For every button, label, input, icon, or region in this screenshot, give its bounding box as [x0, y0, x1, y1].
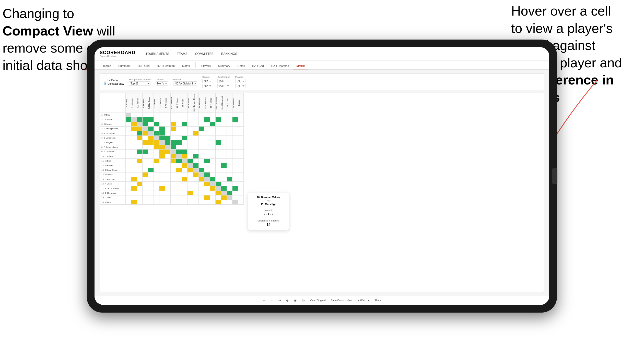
nav-rankings[interactable]: RANKINGS	[221, 51, 237, 57]
matrix-cell[interactable]	[171, 163, 176, 168]
matrix-cell[interactable]	[221, 136, 227, 140]
matrix-cell[interactable]	[221, 145, 227, 150]
matrix-cell[interactable]	[221, 122, 227, 127]
matrix-cell[interactable]	[199, 136, 204, 140]
matrix-cell[interactable]	[126, 127, 131, 131]
matrix-cell[interactable]	[216, 154, 221, 159]
matrix-cell[interactable]	[199, 127, 204, 131]
matrix-cell[interactable]	[210, 168, 216, 172]
matrix-cell[interactable]	[137, 117, 143, 122]
matrix-cell[interactable]	[238, 136, 244, 140]
matrix-cell[interactable]	[165, 200, 171, 205]
matrix-cell[interactable]	[176, 172, 182, 177]
matrix-cell[interactable]	[182, 191, 188, 195]
matrix-cell[interactable]	[154, 172, 159, 177]
matrix-cell[interactable]	[221, 163, 227, 168]
matrix-cell[interactable]	[165, 172, 171, 177]
matrix-cell[interactable]	[154, 145, 159, 150]
matrix-cell[interactable]	[199, 113, 204, 117]
matrix-cell[interactable]	[165, 150, 171, 154]
matrix-cell[interactable]	[159, 168, 165, 172]
matrix-cell[interactable]	[159, 113, 165, 117]
matrix-cell[interactable]	[238, 195, 244, 200]
matrix-cell[interactable]	[148, 168, 154, 172]
matrix-cell[interactable]	[210, 177, 216, 182]
matrix-cell[interactable]	[165, 131, 171, 136]
nav-committee[interactable]: COMMITTEE	[195, 51, 214, 57]
matrix-cell[interactable]	[188, 191, 193, 195]
matrix-cell[interactable]	[148, 186, 154, 191]
matrix-cell[interactable]	[238, 122, 244, 127]
matrix-cell[interactable]	[176, 140, 182, 145]
matrix-cell[interactable]	[232, 145, 238, 150]
matrix-cell[interactable]	[154, 200, 159, 205]
matrix-cell[interactable]	[143, 177, 148, 182]
matrix-cell[interactable]	[131, 182, 137, 186]
matrix-cell[interactable]	[232, 150, 238, 154]
matrix-cell[interactable]	[165, 145, 171, 150]
tablet-button[interactable]	[552, 168, 557, 184]
matrix-cell[interactable]	[188, 140, 193, 145]
matrix-cell[interactable]	[238, 186, 244, 191]
matrix-cell[interactable]	[188, 200, 193, 205]
matrix-cell[interactable]	[143, 182, 148, 186]
matrix-cell[interactable]	[131, 195, 137, 200]
matrix-cell[interactable]	[165, 136, 171, 140]
matrix-cell[interactable]	[137, 182, 143, 186]
matrix-cell[interactable]	[216, 145, 221, 150]
matrix-cell[interactable]	[216, 113, 221, 117]
matrix-cell[interactable]	[176, 177, 182, 182]
matrix-cell[interactable]	[159, 200, 165, 205]
matrix-cell[interactable]	[221, 159, 227, 163]
matrix-cell[interactable]	[204, 117, 210, 122]
matrix-cell[interactable]	[154, 168, 159, 172]
matrix-cell[interactable]	[199, 131, 204, 136]
matrix-cell[interactable]	[171, 195, 176, 200]
matrix-cell[interactable]	[199, 154, 204, 159]
matrix-cell[interactable]	[131, 168, 137, 172]
matrix-cell[interactable]	[199, 122, 204, 127]
matrix-cell[interactable]	[131, 163, 137, 168]
matrix-cell[interactable]	[221, 182, 227, 186]
matrix-cell[interactable]	[182, 200, 188, 205]
matrix-cell[interactable]	[154, 177, 159, 182]
compact-view-option[interactable]: Compact View	[104, 82, 124, 85]
matrix-cell[interactable]	[143, 186, 148, 191]
matrix-cell[interactable]	[216, 195, 221, 200]
matrix-cell[interactable]	[171, 140, 176, 145]
matrix-cell[interactable]	[238, 154, 244, 159]
matrix-cell[interactable]	[137, 127, 143, 131]
matrix-cell[interactable]	[210, 136, 216, 140]
matrix-cell[interactable]	[182, 127, 188, 131]
matrix-cell[interactable]	[165, 163, 171, 168]
matrix-cell[interactable]	[148, 159, 154, 163]
matrix-cell[interactable]	[143, 150, 148, 154]
matrix-cell[interactable]	[232, 127, 238, 131]
matrix-cell[interactable]	[159, 182, 165, 186]
matrix-cell[interactable]	[131, 191, 137, 195]
matrix-cell[interactable]	[137, 177, 143, 182]
matrix-cell[interactable]	[221, 113, 227, 117]
matrix-cell[interactable]	[126, 154, 131, 159]
tab-teams[interactable]: Teams	[100, 63, 114, 69]
matrix-cell[interactable]	[137, 159, 143, 163]
matrix-cell[interactable]	[171, 182, 176, 186]
matrix-cell[interactable]	[204, 168, 210, 172]
matrix-cell[interactable]	[216, 127, 221, 131]
tab-h2h-heatmap2[interactable]: H2H Heatmap	[268, 63, 292, 69]
matrix-cell[interactable]	[238, 168, 244, 172]
matrix-cell[interactable]	[227, 113, 232, 117]
matrix-cell[interactable]	[188, 127, 193, 131]
matrix-cell[interactable]	[188, 131, 193, 136]
matrix-cell[interactable]	[232, 113, 238, 117]
matrix-cell[interactable]	[182, 168, 188, 172]
matrix-cell[interactable]	[227, 177, 232, 182]
matrix-cell[interactable]	[165, 122, 171, 127]
matrix-cell[interactable]	[148, 117, 154, 122]
matrix-cell[interactable]	[199, 182, 204, 186]
matrix-cell[interactable]	[143, 117, 148, 122]
matrix-cell[interactable]	[171, 150, 176, 154]
matrix-cell[interactable]	[159, 145, 165, 150]
matrix-cell[interactable]	[204, 131, 210, 136]
matrix-cell[interactable]	[165, 127, 171, 131]
